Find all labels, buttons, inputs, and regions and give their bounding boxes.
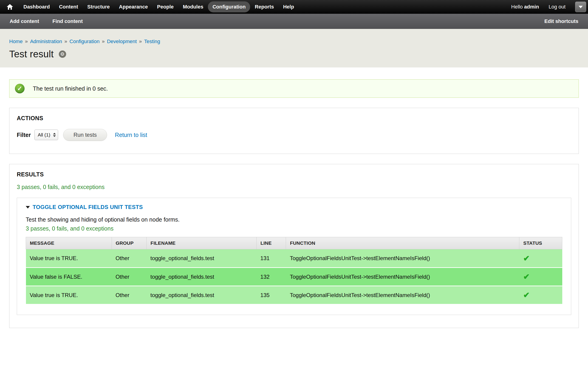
cell-line: 132 xyxy=(257,268,286,286)
toolbar-item-people[interactable]: People xyxy=(153,1,178,12)
results-fieldset: RESULTS 3 passes, 0 fails, and 0 excepti… xyxy=(9,164,579,328)
breadcrumb-configuration[interactable]: Configuration xyxy=(69,39,100,44)
test-group-summary: 3 passes, 0 fails, and 0 exceptions xyxy=(26,225,562,232)
table-row: Value true is TRUE. Other toggle_optiona… xyxy=(26,249,562,268)
results-table-body: Value true is TRUE. Other toggle_optiona… xyxy=(26,249,562,304)
toolbar-item-modules[interactable]: Modules xyxy=(178,1,208,12)
cell-group: Other xyxy=(112,249,147,268)
cell-function: ToggleOptionalFieldsUnitTest->testElemen… xyxy=(286,268,519,286)
cell-function: ToggleOptionalFieldsUnitTest->testElemen… xyxy=(286,249,519,268)
test-group-title: TOGGLE OPTIONAL FIELDS UNIT TESTS xyxy=(33,204,143,210)
edit-shortcuts-link[interactable]: Edit shortcuts xyxy=(544,18,578,24)
logout-link[interactable]: Log out xyxy=(549,4,565,10)
filter-select-value: All (1) xyxy=(38,132,50,138)
col-header-filename: FILENAME xyxy=(147,237,257,249)
toolbar-item-appearance[interactable]: Appearance xyxy=(114,1,153,12)
breadcrumb-testing[interactable]: Testing xyxy=(144,39,160,44)
toolbar-item-dashboard[interactable]: Dashboard xyxy=(19,1,54,12)
cell-status: ✔ xyxy=(519,249,562,268)
home-button[interactable] xyxy=(3,0,17,14)
test-group-fieldset: TOGGLE OPTIONAL FIELDS UNIT TESTS Test t… xyxy=(17,198,571,315)
actions-fieldset: ACTIONS Filter All (1) Run tests Return … xyxy=(9,108,579,154)
greeting-prefix: Hello xyxy=(511,4,523,10)
contextual-gear-icon[interactable]: ⚙ xyxy=(59,50,66,58)
toolbar-item-configuration[interactable]: Configuration xyxy=(208,1,250,12)
page-title: Test result xyxy=(9,49,54,60)
shortcut-add-content[interactable]: Add content xyxy=(10,18,39,24)
breadcrumb-separator: » xyxy=(25,39,28,44)
chevron-down-icon xyxy=(579,6,583,8)
home-icon xyxy=(7,4,13,10)
cell-function: ToggleOptionalFieldsUnitTest->testElemen… xyxy=(286,286,519,304)
cell-status: ✔ xyxy=(519,286,562,304)
page-header: Home»Administration»Configuration»Develo… xyxy=(0,29,588,67)
toolbar-item-reports[interactable]: Reports xyxy=(250,1,278,12)
results-legend: RESULTS xyxy=(17,171,571,178)
cell-filename: toggle_optional_fields.test xyxy=(147,268,257,286)
toolbar-toggle-button[interactable] xyxy=(575,2,586,12)
breadcrumb: Home»Administration»Configuration»Develo… xyxy=(9,39,579,44)
table-row: Value true is TRUE. Other toggle_optiona… xyxy=(26,286,562,304)
admin-toolbar: Dashboard Content Structure Appearance P… xyxy=(0,0,588,14)
results-table-header-row: MESSAGE GROUP FILENAME LINE FUNCTION STA… xyxy=(26,237,562,249)
breadcrumb-development[interactable]: Development xyxy=(107,39,137,44)
table-row: Value false is FALSE. Other toggle_optio… xyxy=(26,268,562,286)
col-header-status: STATUS xyxy=(519,237,562,249)
breadcrumb-separator: » xyxy=(102,39,104,44)
col-header-message: MESSAGE xyxy=(26,237,112,249)
col-header-function: FUNCTION xyxy=(286,237,519,249)
breadcrumb-home[interactable]: Home xyxy=(9,39,23,44)
breadcrumb-separator: » xyxy=(139,39,142,44)
cell-group: Other xyxy=(112,286,147,304)
toolbar-item-structure[interactable]: Structure xyxy=(83,1,114,12)
filter-select[interactable]: All (1) xyxy=(35,130,58,140)
toolbar-menu: Dashboard Content Structure Appearance P… xyxy=(19,1,299,12)
status-message: ✓ The test run finished in 0 sec. xyxy=(9,79,579,98)
status-message-text: The test run finished in 0 sec. xyxy=(33,85,108,92)
run-tests-button[interactable]: Run tests xyxy=(63,129,107,141)
col-header-line: LINE xyxy=(257,237,286,249)
cell-message: Value true is TRUE. xyxy=(26,286,112,304)
cell-message: Value true is TRUE. xyxy=(26,249,112,268)
toolbar-item-help[interactable]: Help xyxy=(278,1,299,12)
results-table: MESSAGE GROUP FILENAME LINE FUNCTION STA… xyxy=(26,237,562,305)
main-content: ✓ The test run finished in 0 sec. ACTION… xyxy=(0,79,588,337)
breadcrumb-administration[interactable]: Administration xyxy=(30,39,62,44)
pass-check-icon: ✔ xyxy=(523,291,530,299)
cell-filename: toggle_optional_fields.test xyxy=(147,286,257,304)
toolbar-user-area: Hello admin Log out xyxy=(511,4,565,10)
breadcrumb-separator: » xyxy=(64,39,67,44)
collapse-arrow-icon xyxy=(26,206,30,209)
cell-line: 131 xyxy=(257,249,286,268)
toolbar-item-content[interactable]: Content xyxy=(54,1,83,12)
return-to-list-link[interactable]: Return to list xyxy=(115,132,147,138)
cell-line: 135 xyxy=(257,286,286,304)
filter-label: Filter xyxy=(17,132,31,138)
username: admin xyxy=(524,4,539,10)
test-group-toggle[interactable]: TOGGLE OPTIONAL FIELDS UNIT TESTS xyxy=(26,204,143,210)
cell-message: Value false is FALSE. xyxy=(26,268,112,286)
select-stepper-icon xyxy=(53,133,56,137)
actions-legend: ACTIONS xyxy=(17,115,571,122)
pass-check-icon: ✔ xyxy=(523,254,530,263)
shortcut-find-content[interactable]: Find content xyxy=(52,18,83,24)
status-ok-icon: ✓ xyxy=(15,84,25,93)
pass-check-icon: ✔ xyxy=(523,272,530,281)
cell-status: ✔ xyxy=(519,268,562,286)
test-group-description: Test the showing and hiding of optional … xyxy=(26,216,562,223)
user-greeting-link[interactable]: Hello admin xyxy=(511,4,539,10)
cell-group: Other xyxy=(112,268,147,286)
results-summary: 3 passes, 0 fails, and 0 exceptions xyxy=(17,184,571,190)
col-header-group: GROUP xyxy=(112,237,147,249)
cell-filename: toggle_optional_fields.test xyxy=(147,249,257,268)
shortcuts-bar: Add content Find content Edit shortcuts xyxy=(0,14,588,29)
